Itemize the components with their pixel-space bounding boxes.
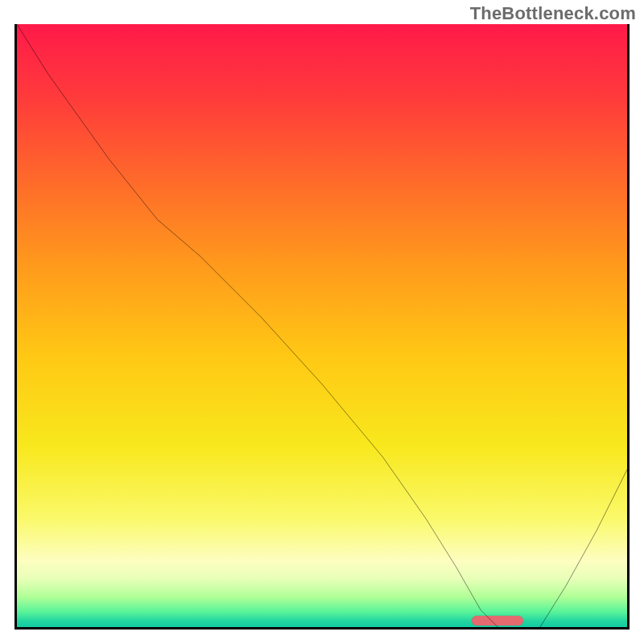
attribution-text: TheBottleneck.com [470,3,636,24]
bottleneck-curve [17,24,627,630]
chart-container: TheBottleneck.com [0,0,644,644]
plot-area [14,24,630,630]
